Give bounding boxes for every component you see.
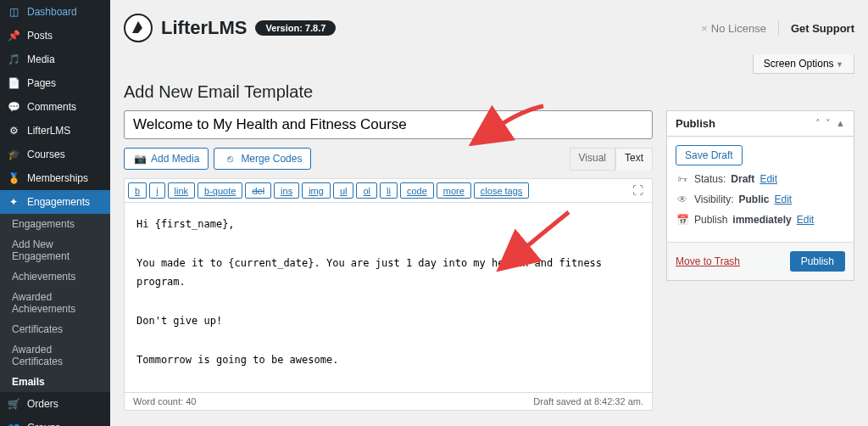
brand-logo-icon (124, 14, 153, 42)
qt-code[interactable]: code (400, 182, 434, 199)
text-editor: b i link b-quote del ins img ul ol li co… (124, 178, 653, 411)
visibility-label: Visibility: (694, 193, 733, 205)
admin-sidebar: ◫Dashboard 📌Posts 🎵Media 📄Pages 💬Comment… (0, 0, 110, 426)
sub-item-certificates[interactable]: Certificates (0, 319, 110, 339)
status-label: Status: (694, 173, 726, 185)
sidebar-item-memberships[interactable]: 🏅Memberships (0, 166, 110, 190)
publish-title: Publish (676, 117, 715, 130)
cart-icon: 🛒 (7, 397, 20, 411)
qt-ol[interactable]: ol (356, 182, 377, 199)
get-support-link[interactable]: Get Support (791, 22, 854, 35)
metabox-up-icon[interactable]: ˄ (815, 118, 821, 129)
metabox-toggle-icon[interactable]: ▲ (836, 118, 845, 129)
sub-item-achievements[interactable]: Achievements (0, 266, 110, 287)
comment-icon: 💬 (7, 100, 20, 114)
edit-status-link[interactable]: Edit (760, 173, 777, 185)
merge-icon: ⎋ (223, 152, 236, 165)
qt-close-tags[interactable]: close tags (474, 182, 530, 199)
tab-text[interactable]: Text (615, 148, 653, 171)
sidebar-item-label: Media (27, 53, 55, 65)
word-count: Word count: 40 (133, 396, 196, 406)
email-title-input[interactable] (124, 110, 653, 139)
brand-name: LifterLMS (161, 17, 247, 39)
sub-item-awarded-certificates[interactable]: Awarded Certificates (0, 339, 110, 372)
sidebar-item-label: Groups (27, 422, 60, 426)
email-body-textarea[interactable] (125, 203, 652, 390)
sidebar-item-courses[interactable]: 🎓Courses (0, 143, 110, 166)
editor-status-bar: Word count: 40 Draft saved at 8:42:32 am… (125, 392, 652, 410)
sidebar-item-comments[interactable]: 💬Comments (0, 95, 110, 119)
sidebar-item-engagements[interactable]: ✦Engagements (0, 190, 110, 214)
sidebar-submenu: Engagements Add New Engagement Achieveme… (0, 214, 110, 392)
grad-icon: 🎓 (7, 148, 20, 161)
move-to-trash-link[interactable]: Move to Trash (676, 255, 740, 267)
sidebar-item-label: Posts (27, 30, 53, 42)
pin-icon: 📌 (7, 29, 20, 42)
qt-b[interactable]: b (128, 182, 147, 199)
metabox-down-icon[interactable]: ˅ (826, 118, 831, 129)
qt-i[interactable]: i (149, 182, 164, 199)
button-label: Add Media (151, 153, 199, 165)
topbar: LifterLMS Version: 7.8.7 No License Get … (124, 0, 854, 54)
button-label: Merge Codes (241, 153, 302, 165)
qt-li[interactable]: li (380, 182, 398, 199)
qt-ul[interactable]: ul (333, 182, 354, 199)
qt-more[interactable]: more (437, 182, 471, 199)
sidebar-item-label: LifterLMS (27, 125, 70, 137)
media-icon: 🎵 (7, 53, 20, 66)
group-icon: 👥 (7, 421, 20, 426)
sidebar-item-posts[interactable]: 📌Posts (0, 24, 110, 48)
lifter-icon: ⚙ (7, 124, 20, 137)
dashboard-icon: ◫ (7, 5, 20, 19)
sidebar-item-lifterlms[interactable]: ⚙LifterLMS (0, 119, 110, 143)
sidebar-item-label: Orders (27, 398, 58, 410)
page-title: Add New Email Template (124, 82, 854, 102)
version-pill: Version: 7.8.7 (255, 20, 336, 36)
sidebar-item-label: Courses (27, 149, 65, 160)
key-icon: 🗝 (676, 172, 689, 186)
calendar-icon: 📅 (676, 213, 689, 227)
main-content: LifterLMS Version: 7.8.7 No License Get … (110, 0, 868, 426)
draft-saved: Draft saved at 8:42:32 am. (533, 396, 643, 406)
qt-bquote[interactable]: b-quote (198, 182, 242, 199)
screen-options-button[interactable]: Screen Options (753, 54, 854, 74)
sidebar-item-label: Comments (27, 101, 76, 113)
eye-icon: 👁 (676, 193, 689, 206)
publish-value: immediately (732, 214, 791, 226)
sidebar-item-label: Engagements (27, 196, 90, 208)
edit-visibility-link[interactable]: Edit (774, 193, 792, 205)
qt-img[interactable]: img (302, 182, 331, 199)
engage-icon: ✦ (7, 195, 20, 209)
divider (778, 20, 779, 36)
sidebar-item-label: Dashboard (27, 6, 77, 18)
sub-item-add-new-engagement[interactable]: Add New Engagement (0, 234, 110, 266)
page-icon: 📄 (7, 76, 20, 90)
fullscreen-icon[interactable]: ⛶ (627, 182, 648, 199)
no-license-link[interactable]: No License (701, 22, 766, 35)
qt-ins[interactable]: ins (274, 182, 299, 199)
sidebar-item-orders[interactable]: 🛒Orders (0, 392, 110, 416)
sidebar-item-pages[interactable]: 📄Pages (0, 71, 110, 95)
badge-icon: 🏅 (7, 171, 20, 185)
publish-label: Publish (694, 214, 727, 226)
qt-del[interactable]: del (245, 182, 271, 199)
sidebar-item-media[interactable]: 🎵Media (0, 48, 110, 71)
publish-button[interactable]: Publish (790, 251, 845, 272)
merge-codes-button[interactable]: ⎋Merge Codes (214, 148, 311, 170)
edit-publish-link[interactable]: Edit (797, 214, 815, 226)
tab-visual[interactable]: Visual (570, 148, 615, 171)
sub-item-engagements[interactable]: Engagements (0, 214, 110, 234)
topbar-right: No License Get Support (701, 20, 854, 36)
sidebar-item-dashboard[interactable]: ◫Dashboard (0, 0, 110, 24)
sidebar-item-groups[interactable]: 👥Groups (0, 416, 110, 426)
screen-options-wrap: Screen Options (124, 54, 854, 74)
camera-icon: 📷 (133, 152, 147, 165)
save-draft-button[interactable]: Save Draft (676, 145, 743, 165)
sidebar-item-label: Memberships (27, 172, 88, 184)
add-media-button[interactable]: 📷Add Media (124, 148, 209, 170)
quicktags-toolbar: b i link b-quote del ins img ul ol li co… (125, 179, 652, 203)
sub-item-emails[interactable]: Emails (0, 372, 110, 392)
qt-link[interactable]: link (168, 182, 196, 199)
sub-item-awarded-achievements[interactable]: Awarded Achievements (0, 287, 110, 319)
publish-metabox: Publish ˄ ˅ ▲ Save Draft 🗝Status: Draft … (666, 110, 854, 281)
